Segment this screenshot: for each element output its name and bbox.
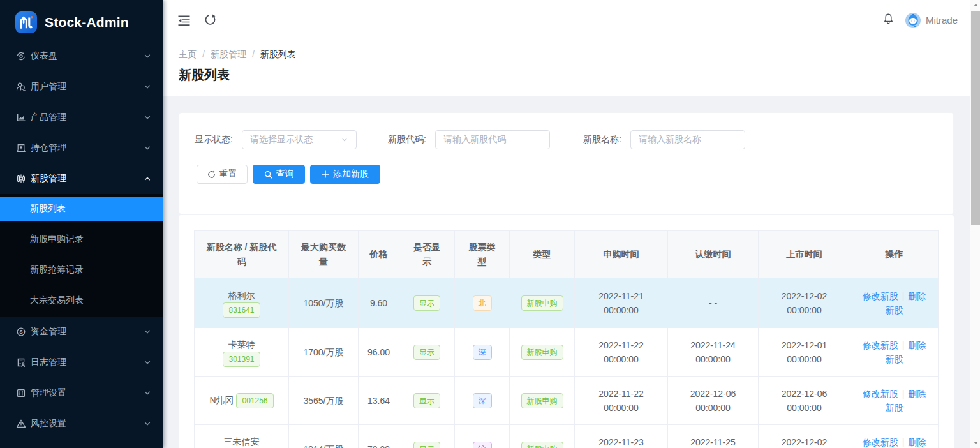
- svg-text:S: S: [19, 329, 23, 335]
